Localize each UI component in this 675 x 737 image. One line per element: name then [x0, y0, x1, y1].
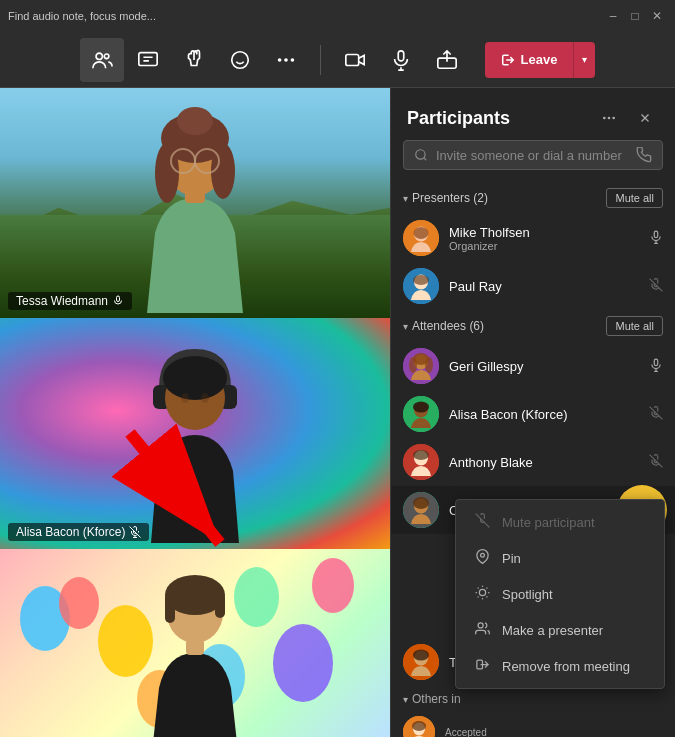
- svg-point-63: [413, 450, 429, 460]
- accepted-badge: Accepted: [445, 727, 663, 738]
- attendees-label: ▾ Attendees (6): [403, 319, 484, 333]
- attendees-section-header: ▾ Attendees (6) Mute all: [391, 310, 675, 342]
- participant-item-paul[interactable]: Paul Ray: [391, 262, 675, 310]
- svg-point-85: [412, 721, 426, 731]
- context-menu: Mute participant Pin: [455, 499, 665, 689]
- context-menu-item-pin[interactable]: Pin: [456, 540, 664, 576]
- dial-icon: [636, 147, 652, 163]
- svg-point-79: [478, 623, 483, 628]
- context-menu-item-remove[interactable]: Remove from meeting: [456, 648, 664, 684]
- minimize-button[interactable]: –: [603, 6, 623, 26]
- participant-item-alisa[interactable]: Alisa Bacon (Kforce): [391, 390, 675, 438]
- video-tile-tessa: Tessa Wiedmann: [0, 88, 390, 318]
- svg-point-16: [177, 107, 213, 135]
- participant-item-mike[interactable]: Mike Tholfsen Organizer: [391, 214, 675, 262]
- toolbar-group-left: [80, 38, 308, 82]
- title-bar-controls[interactable]: – □ ✕: [603, 6, 667, 26]
- participant-name-anthony: Anthony Blake: [449, 455, 639, 470]
- svg-rect-31: [165, 593, 175, 623]
- participants-close-button[interactable]: [631, 104, 659, 132]
- participant-role-mike: Organizer: [449, 240, 639, 252]
- participant-avatar-geri: [403, 348, 439, 384]
- main-content: Tessa Wiedmann: [0, 88, 675, 737]
- others-label: ▾ Others in: [403, 692, 663, 706]
- svg-rect-9: [345, 54, 358, 65]
- svg-point-37: [608, 117, 611, 120]
- svg-rect-21: [117, 296, 120, 302]
- participants-toolbar-button[interactable]: [80, 38, 124, 82]
- presenters-mute-all-button[interactable]: Mute all: [606, 188, 663, 208]
- more-toolbar-button[interactable]: [264, 38, 308, 82]
- participant-avatar-anthony: [403, 444, 439, 480]
- alisa-video-label: Alisa Bacon (Kforce): [8, 523, 149, 541]
- side-panel: Participants: [390, 88, 675, 737]
- participants-title: Participants: [407, 108, 510, 129]
- share-toolbar-button[interactable]: [425, 38, 469, 82]
- tessa-video-frame: [0, 88, 390, 318]
- make-presenter-icon: [472, 621, 492, 639]
- participant-item-accepted[interactable]: Accepted: [391, 710, 675, 737]
- leave-button-text: Leave: [485, 52, 574, 67]
- raise-hand-toolbar-button[interactable]: [172, 38, 216, 82]
- svg-line-68: [475, 514, 489, 528]
- participant-name-geri: Geri Gillespy: [449, 359, 639, 374]
- participant-mic-anthony: [649, 454, 663, 471]
- spotlight-icon: [472, 585, 492, 603]
- svg-rect-46: [654, 231, 658, 237]
- title-bar-title: Find audio note, focus mode...: [8, 10, 156, 22]
- mic-toolbar-button[interactable]: [379, 38, 423, 82]
- participant-item-geri[interactable]: Geri Gillespy: [391, 342, 675, 390]
- participant-info-paul: Paul Ray: [449, 279, 639, 294]
- title-bar: Find audio note, focus mode... – □ ✕: [0, 0, 675, 32]
- context-menu-item-presenter[interactable]: Make a presenter: [456, 612, 664, 648]
- svg-line-73: [477, 588, 478, 589]
- attendees-mute-all-button[interactable]: Mute all: [606, 316, 663, 336]
- participant-mic-mike: [649, 230, 663, 247]
- title-bar-left: Find audio note, focus mode...: [8, 10, 156, 22]
- svg-rect-32: [215, 593, 225, 618]
- leave-dropdown-button[interactable]: ▾: [573, 42, 595, 78]
- alisa-video-frame: [0, 318, 390, 548]
- participant-info-anthony: Anthony Blake: [449, 455, 639, 470]
- participant-mic-alisa: [649, 406, 663, 423]
- participants-more-button[interactable]: [595, 104, 623, 132]
- video-tile-alisa: Alisa Bacon (Kforce): [0, 318, 390, 548]
- participant-avatar-alisa: [403, 396, 439, 432]
- participant-info-alisa: Alisa Bacon (Kforce): [449, 407, 639, 422]
- reactions-toolbar-button[interactable]: [218, 38, 262, 82]
- svg-point-82: [413, 650, 429, 661]
- svg-point-67: [413, 497, 429, 509]
- others-arrow-icon: ▾: [403, 694, 408, 705]
- svg-point-26: [181, 393, 189, 403]
- invite-input-container[interactable]: [403, 140, 663, 170]
- toolbar-group-right: [333, 38, 469, 82]
- svg-point-0: [96, 53, 102, 59]
- leave-button[interactable]: Leave ▾: [485, 42, 596, 78]
- context-menu-item-mute[interactable]: Mute participant: [456, 504, 664, 540]
- svg-point-69: [480, 553, 484, 557]
- participant-name-alisa: Alisa Bacon (Kforce): [449, 407, 639, 422]
- pin-icon: [472, 549, 492, 567]
- svg-point-55: [425, 357, 433, 373]
- svg-point-54: [409, 357, 417, 373]
- tessa-video-label: Tessa Wiedmann: [8, 292, 132, 310]
- toolbar-separator: [320, 45, 321, 75]
- invite-input[interactable]: [436, 148, 628, 163]
- svg-point-1: [104, 54, 109, 59]
- participant-item-anthony[interactable]: Anthony Blake: [391, 438, 675, 486]
- participant-info-geri: Geri Gillespy: [449, 359, 639, 374]
- video-tile-bottom: [0, 549, 390, 737]
- mute-participant-icon: [472, 513, 492, 531]
- chat-toolbar-button[interactable]: [126, 38, 170, 82]
- close-button[interactable]: ✕: [647, 6, 667, 26]
- svg-line-42: [424, 158, 427, 161]
- context-menu-item-spotlight[interactable]: Spotlight: [456, 576, 664, 612]
- camera-toolbar-button[interactable]: [333, 38, 377, 82]
- participant-item-chelse[interactable]: Chelse-Amoy Steele ☞: [391, 486, 675, 534]
- svg-line-77: [477, 596, 478, 597]
- svg-point-6: [277, 58, 281, 62]
- participant-avatar-paul: [403, 268, 439, 304]
- maximize-button[interactable]: □: [625, 6, 645, 26]
- participant-mic-paul: [649, 278, 663, 295]
- participants-scroll-area[interactable]: ▾ Presenters (2) Mute all Mike Tholfsen: [391, 182, 675, 737]
